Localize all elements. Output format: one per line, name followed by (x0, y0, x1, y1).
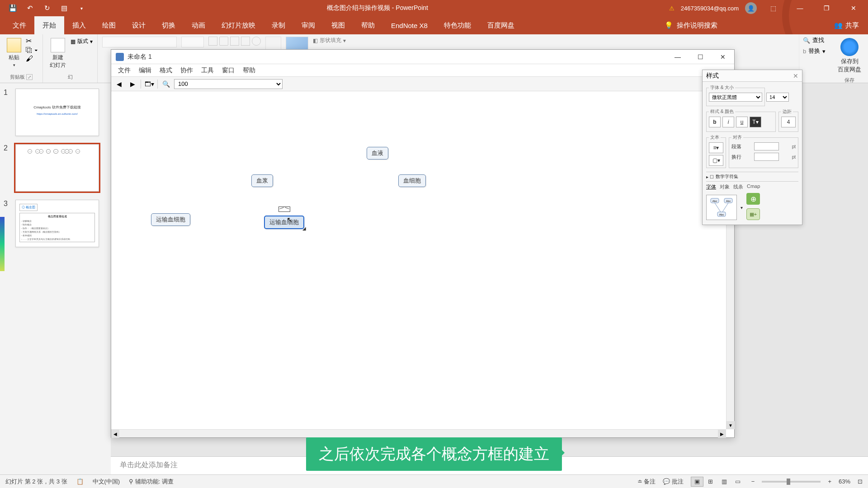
cmap-menu-tools[interactable]: 工具 (198, 66, 217, 75)
font-name-select[interactable]: 微软正黑體 (709, 93, 762, 102)
tab-slideshow[interactable]: 幻灯片放映 (213, 16, 264, 34)
styles-tab-cmap[interactable]: Cmap (747, 183, 760, 190)
concept-node-transport2-selected[interactable]: 运输血细胞 ◢ ↖ (264, 216, 304, 229)
tab-draw[interactable]: 绘图 (94, 16, 124, 34)
font-size-select[interactable]: 14 (766, 93, 789, 102)
preview-dropdown-icon[interactable]: ▾ (741, 205, 743, 210)
tab-transitions[interactable]: 切换 (154, 16, 184, 34)
zoom-slider[interactable] (762, 481, 821, 483)
line-shape[interactable] (219, 37, 228, 46)
arrow-shape[interactable] (230, 37, 239, 46)
tab-home[interactable]: 开始 (34, 16, 64, 34)
zoom-out-icon[interactable]: − (751, 478, 755, 485)
copy-icon[interactable]: ⿻ ▾ (26, 46, 38, 54)
tab-animations[interactable]: 动画 (184, 16, 213, 34)
concept-node-bloodcells[interactable]: 血细胞 (398, 174, 426, 187)
cut-icon[interactable]: ✂ (26, 37, 38, 45)
underline-button[interactable]: u (736, 117, 748, 127)
notes-toggle[interactable]: ≐ 备注 (637, 478, 656, 486)
styles-tab-object[interactable]: 对象 (720, 183, 730, 190)
layout-button[interactable]: ▦ 版式 ▾ (71, 38, 93, 45)
user-email[interactable]: 2467359034@qq.com (681, 5, 739, 12)
scroll-down-icon[interactable]: ▼ (726, 421, 735, 429)
zoom-in-icon[interactable]: + (828, 478, 831, 485)
styles-tab-font[interactable]: 字体 (706, 183, 716, 190)
slide-counter[interactable]: 幻灯片 第 2 张，共 3 张 (5, 478, 67, 486)
cmap-menu-collab[interactable]: 协作 (177, 66, 196, 75)
clipboard-dialog-icon[interactable]: ⤢ (26, 74, 33, 80)
scroll-right-icon[interactable]: ▶ (718, 430, 726, 438)
cmap-titlebar[interactable]: 未命名 1 — ☐ ✕ (111, 50, 734, 64)
font-name-combo[interactable] (102, 37, 177, 47)
comments-toggle[interactable]: 💬 批注 (663, 478, 684, 486)
redo-icon[interactable]: ↻ (42, 4, 52, 13)
replace-button[interactable]: b 替换 ▾ (803, 47, 827, 55)
format-painter-icon[interactable]: 🖌 (26, 55, 38, 63)
text-align-v-button[interactable]: ≡▾ (709, 142, 723, 153)
save-to-baidu-button[interactable]: 保存到 百度网盘 (835, 37, 863, 75)
minimize-icon[interactable]: — (790, 0, 810, 16)
cmap-canvas[interactable]: 血液 血浆 血细胞 运输血细胞 运输血细胞 ◢ ↖ (111, 91, 734, 429)
cmap-menu-help[interactable]: 帮助 (240, 66, 259, 75)
add-style-button[interactable]: ⊕ (746, 193, 760, 205)
scroll-left-icon[interactable]: ◀ (111, 430, 119, 438)
user-avatar-icon[interactable]: 👤 (745, 2, 757, 14)
text-color-button[interactable]: T▾ (750, 117, 761, 127)
cmap-zoom-select[interactable]: 100 (174, 79, 283, 89)
math-charset-checkbox[interactable]: ▸ ☐数学字符集 (706, 172, 798, 182)
cmap-back-icon[interactable]: ◀ (113, 79, 124, 89)
tab-baidu[interactable]: 百度网盘 (479, 16, 523, 34)
tab-help[interactable]: 帮助 (353, 16, 383, 34)
language-indicator[interactable]: 中文(中国) (93, 478, 120, 486)
tab-file[interactable]: 文件 (5, 16, 34, 34)
cmap-zoom-icon[interactable]: 🔍 (160, 79, 171, 89)
node-link-handle[interactable] (278, 206, 290, 212)
accessibility-check[interactable]: ⚲ 辅助功能: 调查 (129, 478, 174, 486)
tab-features[interactable]: 特色功能 (436, 16, 479, 34)
start-slideshow-icon[interactable]: ▤ (60, 4, 69, 13)
font-size-combo[interactable] (181, 37, 204, 47)
tab-design[interactable]: 设计 (124, 16, 154, 34)
tab-record[interactable]: 录制 (264, 16, 293, 34)
cmap-maximize-icon[interactable]: ☐ (693, 53, 707, 61)
cmap-menu-file[interactable]: 文件 (115, 66, 134, 75)
italic-button[interactable]: i (722, 117, 734, 127)
save-icon[interactable]: 💾 (8, 4, 17, 13)
cmap-menu-format[interactable]: 格式 (156, 66, 175, 75)
oval-shape[interactable] (252, 37, 261, 46)
fit-to-window-icon[interactable]: ⊡ (858, 478, 863, 485)
new-slide-button[interactable]: 新建 幻灯片 (47, 37, 68, 70)
reading-view-icon[interactable]: ▥ (718, 477, 731, 487)
cmap-view-icon[interactable]: 🗔▾ (144, 79, 155, 89)
tab-view[interactable]: 视图 (323, 16, 353, 34)
concept-node-plasma[interactable]: 血浆 (251, 174, 273, 187)
margin-button[interactable]: 4 (781, 117, 796, 127)
spacing-input[interactable] (754, 142, 779, 150)
cmap-menu-window[interactable]: 窗口 (219, 66, 238, 75)
paste-button[interactable]: 粘贴 ▾ (5, 37, 24, 69)
ribbon-display-icon[interactable]: ⬚ (763, 0, 783, 16)
zoom-percentage[interactable]: 63% (839, 478, 850, 485)
wrap-input[interactable] (754, 153, 779, 161)
warning-icon[interactable]: ⚠ (669, 5, 675, 12)
text-dir-button[interactable]: ▢▾ (709, 155, 723, 166)
shape-fill-button[interactable]: ◧ 形状填充 ▾ (313, 37, 346, 44)
share-button[interactable]: 👥 共享 (834, 21, 859, 30)
textbox-shape[interactable] (208, 37, 217, 46)
resize-handle-icon[interactable]: ◢ (302, 226, 306, 231)
normal-view-icon[interactable]: ▣ (691, 477, 703, 487)
maximize-icon[interactable]: ❐ (816, 0, 837, 16)
undo-icon[interactable]: ↶ (25, 4, 34, 13)
cmap-menu-edit[interactable]: 编辑 (136, 66, 155, 75)
slide-thumbnail-2[interactable]: ··· ··· ··· ··· ··· ··· ··· ··· ··· ··· … (15, 144, 99, 192)
styles-tab-line[interactable]: 线条 (733, 183, 743, 190)
tell-me-search[interactable]: 💡 操作说明搜索 (665, 21, 717, 30)
tab-insert[interactable]: 插入 (64, 16, 94, 34)
concept-node-transport1[interactable]: 运输血细胞 (151, 213, 190, 226)
cmap-forward-icon[interactable]: ▶ (127, 79, 138, 89)
find-button[interactable]: 🔍 查找 (803, 36, 827, 44)
rect-shape[interactable] (241, 37, 250, 46)
slide-thumbnail-1[interactable]: Cmaptools 软件免费下载链接 https://cmaptools.en.… (15, 89, 99, 136)
close-icon[interactable]: ✕ (843, 0, 863, 16)
sorter-view-icon[interactable]: ⊞ (704, 477, 717, 487)
